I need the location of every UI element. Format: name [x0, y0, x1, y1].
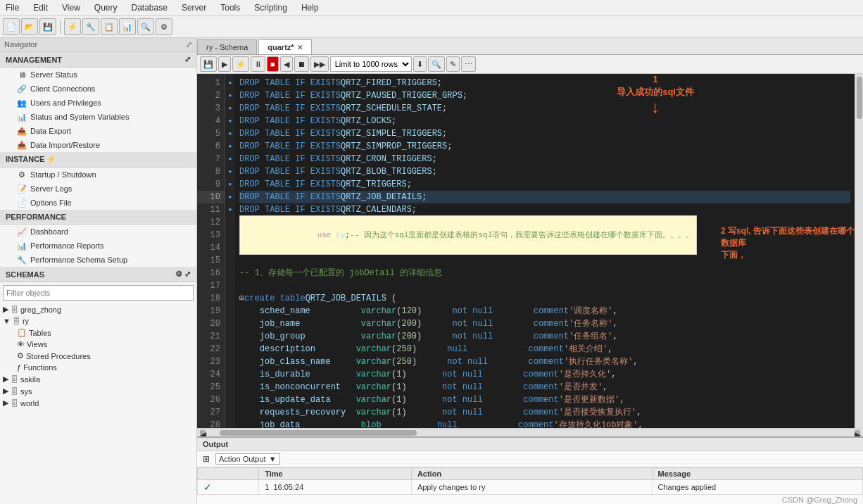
toolbar-btn7[interactable]: ⚙	[156, 18, 172, 35]
schema-filter-input[interactable]	[3, 285, 194, 301]
toolbar-btn3[interactable]: 🔧	[82, 18, 99, 35]
sql-btn-format[interactable]: ✎	[446, 56, 460, 72]
sql-run-btn3[interactable]: ⏸	[251, 56, 265, 72]
code-line-24: is_durable varchar(1) not null comment '…	[239, 368, 850, 381]
menu-help[interactable]: Help	[298, 1, 322, 14]
toolbar-btn6[interactable]: 🔍	[137, 18, 154, 35]
toolbar-btn4[interactable]: 📋	[101, 18, 118, 35]
dot-13	[225, 229, 235, 241]
output-table-header-row: Time Action Message	[198, 468, 863, 480]
sql-btn-stop[interactable]: ⏹	[294, 56, 309, 72]
schema-item-greg-zhong[interactable]: ▶ 🗄 greg_zhong	[0, 303, 196, 315]
sql-save-btn[interactable]: 💾	[200, 56, 217, 72]
schema-item-ry-stored-procedures[interactable]: ⚙ Stored Procedures	[0, 350, 196, 362]
nav-item-server-logs-label: Server Logs	[30, 184, 72, 193]
menu-tools[interactable]: Tools	[218, 1, 243, 14]
schema-item-ry-views[interactable]: 👁 Views	[0, 339, 196, 350]
schema-item-world[interactable]: ▶ 🗄 world	[0, 397, 196, 409]
menu-scripting[interactable]: Scripting	[251, 1, 290, 14]
dot-20	[225, 317, 235, 330]
functions-icon: ƒ	[17, 363, 21, 372]
sql-run-btn[interactable]: ▶	[218, 56, 231, 72]
code-area[interactable]: DROP TABLE IF EXISTS QRTZ_FIRED_TRIGGERS…	[235, 74, 855, 428]
performance-label: PERFORMANCE	[6, 213, 66, 221]
toolbar-btn5[interactable]: 📊	[119, 18, 136, 35]
code-line-10: DROP TABLE IF EXISTS QRTZ_JOB_DETAILS;	[239, 191, 850, 203]
menu-file[interactable]: File	[3, 1, 22, 14]
schema-item-ry-tables[interactable]: 📋 Tables	[0, 327, 196, 339]
menu-database[interactable]: Database	[129, 1, 170, 14]
limit-select[interactable]: Limit to 1000 rows Limit to 500 rows No …	[330, 56, 412, 72]
menu-view[interactable]: View	[59, 1, 83, 14]
toolbar-save-btn[interactable]: 💾	[39, 18, 56, 35]
toolbar-btn2[interactable]: ⚡	[64, 18, 81, 35]
horizontal-scrollbar[interactable]: ◀ ▶	[197, 428, 863, 436]
editor-main[interactable]: 1 2 3 4 5 6 7 8 9 10 11 12 13 14	[197, 74, 863, 428]
nav-item-performance-reports[interactable]: 📊 Performance Reports	[0, 239, 196, 253]
sql-btn-search[interactable]: 🔍	[428, 56, 445, 72]
nav-item-users-privileges[interactable]: 👥 Users and Privileges	[0, 96, 196, 110]
sql-btn-misc[interactable]: ⋯	[461, 56, 476, 72]
toolbar-open-btn[interactable]: 📂	[21, 18, 38, 35]
h-scroll-left-btn[interactable]: ◀	[200, 430, 206, 436]
stored-procedures-icon: ⚙	[17, 351, 24, 360]
h-scroll-thumb[interactable]	[220, 430, 417, 436]
nav-item-server-status[interactable]: 🖥 Server Status	[0, 68, 196, 82]
nav-item-status-variables-label: Status and System Variables	[30, 113, 129, 121]
code-line-11: DROP TABLE IF EXISTS QRTZ_CALENDARS;	[239, 203, 850, 216]
schema-item-sys[interactable]: ▶ 🗄 sys	[0, 385, 196, 397]
action-output-select[interactable]: Action Output ▼	[215, 453, 280, 465]
schema-sys-label: sys	[20, 387, 32, 396]
menu-edit[interactable]: Edit	[30, 1, 51, 14]
toolbar-new-btn[interactable]: 📄	[3, 18, 20, 35]
output-col-action: Action	[411, 468, 652, 480]
nav-item-startup-shutdown[interactable]: ⚙ Startup / Shutdown	[0, 168, 196, 182]
tab-ry-schema[interactable]: ry - Schema	[197, 39, 257, 54]
menu-query[interactable]: Query	[92, 1, 120, 14]
dot-21	[225, 330, 235, 343]
performance-section-title: PERFORMANCE	[0, 210, 196, 225]
nav-item-status-variables[interactable]: 📊 Status and System Variables	[0, 110, 196, 124]
schema-greg-zhong-arrow: ▶	[3, 305, 8, 314]
code-line-17	[239, 279, 850, 292]
sql-btn-prev[interactable]: ◀	[280, 56, 293, 72]
sql-btn-next[interactable]: ▶▶	[310, 56, 329, 72]
h-scroll-right-btn[interactable]: ▶	[855, 430, 860, 436]
code-line-16: -- 1、存储每一个已配置的 jobDetail 的详细信息	[239, 267, 850, 279]
output-table[interactable]: Time Action Message ✓ 1 16:05:24 Apply c…	[197, 467, 863, 504]
nav-item-client-connections[interactable]: 🔗 Client Connections	[0, 82, 196, 96]
tab-quartz-label: quartz*	[267, 43, 294, 51]
sql-btn-export[interactable]: ⬇	[413, 56, 427, 72]
code-line-3: DROP TABLE IF EXISTS QRTZ_SCHEDULER_STAT…	[239, 102, 850, 115]
sql-btn-special[interactable]: ■	[267, 56, 279, 72]
schema-item-ry-stored-procedures-label: Stored Procedures	[26, 352, 91, 360]
dot-23	[225, 355, 235, 368]
vertical-scrollbar[interactable]	[855, 74, 863, 428]
tab-quartz-close-icon[interactable]: ✕	[297, 44, 303, 51]
management-expand-icon[interactable]: ⤢	[184, 55, 191, 64]
nav-item-server-logs[interactable]: 📝 Server Logs	[0, 182, 196, 196]
menu-server[interactable]: Server	[179, 1, 209, 14]
line-num-8: 8	[197, 165, 225, 178]
dot-25	[225, 381, 235, 393]
nav-item-server-status-label: Server Status	[30, 70, 77, 79]
nav-item-options-file[interactable]: 📄 Options File	[0, 196, 196, 210]
schema-item-sakila[interactable]: ▶ 🗄 sakila	[0, 373, 196, 385]
tab-quartz[interactable]: quartz* ✕	[258, 39, 311, 54]
line-num-16: 16	[197, 267, 225, 279]
nav-item-data-export[interactable]: 📤 Data Export	[0, 124, 196, 138]
nav-scroll[interactable]: MANAGEMENT ⤢ 🖥 Server Status 🔗 Client Co…	[0, 52, 196, 504]
schema-ry-arrow: ▼	[3, 317, 11, 325]
v-scroll-thumb[interactable]	[857, 77, 862, 119]
schema-item-ry-functions[interactable]: ƒ Functions	[0, 362, 196, 373]
dot-9: ●	[225, 178, 235, 191]
nav-item-performance-schema[interactable]: 🔧 Performance Schema Setup	[0, 253, 196, 267]
performance-reports-icon: 📊	[17, 241, 27, 251]
navigator-expand-icon[interactable]: ⤢	[186, 40, 192, 49]
sql-run-btn2[interactable]: ⚡	[232, 56, 249, 72]
startup-shutdown-icon: ⚙	[17, 170, 27, 179]
nav-item-dashboard[interactable]: 📈 Dashboard	[0, 225, 196, 239]
main-layout: Navigator ⤢ MANAGEMENT ⤢ 🖥 Server Status…	[0, 38, 863, 504]
schema-item-ry[interactable]: ▼ 🗄 ry	[0, 315, 196, 327]
nav-item-data-import[interactable]: 📥 Data Import/Restore	[0, 138, 196, 152]
